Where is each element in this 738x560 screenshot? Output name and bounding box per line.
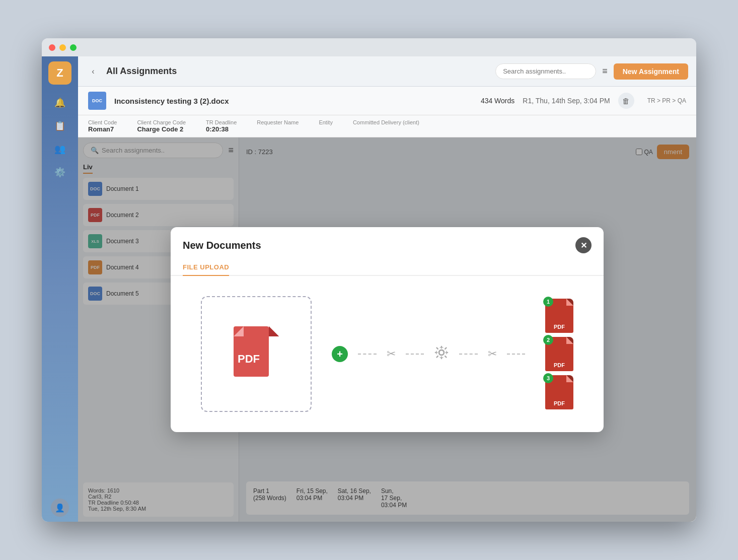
flow-line-2 bbox=[406, 354, 424, 355]
requester-value bbox=[257, 125, 299, 133]
scissors-icon-1: ✂ bbox=[387, 347, 396, 361]
tr-deadline-meta: TR Deadline 0:20:38 bbox=[206, 119, 237, 133]
modal-body: PDF + bbox=[171, 276, 604, 432]
charge-code-meta: Client Charge Code Charge Code 2 bbox=[137, 119, 186, 133]
logo-letter: Z bbox=[56, 66, 63, 80]
content-area: 🔍 Search assignments.. ≡ Liv DOC Documen… bbox=[78, 137, 696, 522]
hamburger-icon[interactable]: ≡ bbox=[602, 66, 608, 77]
sidebar: Z 🔔 📋 👥 ⚙️ 👤 bbox=[42, 56, 78, 522]
sidebar-item-user[interactable]: 👥 bbox=[50, 139, 70, 159]
output-pdf-2: 2 PDF bbox=[545, 337, 573, 371]
flow-line-3 bbox=[459, 354, 478, 355]
revision-info: R1, Thu, 14th Sep, 3:04 PM bbox=[523, 97, 610, 105]
pdf-badge-1: 1 bbox=[543, 297, 553, 307]
upload-dropzone[interactable]: PDF bbox=[201, 296, 312, 412]
gear-sidebar-icon: ⚙️ bbox=[54, 167, 65, 178]
committed-value bbox=[353, 125, 419, 133]
close-button[interactable] bbox=[49, 44, 55, 51]
maximize-button[interactable] bbox=[70, 44, 77, 51]
tr-deadline-label: TR Deadline bbox=[206, 119, 237, 125]
pdf-badge-3: 3 bbox=[543, 373, 553, 383]
client-code-value: Roman7 bbox=[88, 125, 117, 133]
top-nav: ‹ All Assignments ≡ New Assignment bbox=[78, 56, 696, 87]
new-documents-modal: New Documents ✕ FILE UPLOAD bbox=[171, 227, 604, 432]
bell-icon: 🔔 bbox=[54, 97, 65, 108]
assignment-meta: Client Code Roman7 Client Charge Code Ch… bbox=[78, 115, 696, 137]
app-logo[interactable]: Z bbox=[48, 61, 71, 85]
entity-meta: Entity bbox=[319, 119, 333, 133]
pdf-badge-2: 2 bbox=[543, 335, 553, 345]
output-pdf-1: 1 PDF bbox=[545, 299, 573, 333]
scissors-icon-2: ✂ bbox=[488, 347, 497, 361]
avatar-icon: 👤 bbox=[55, 503, 65, 513]
requester-meta: Requester Name bbox=[257, 119, 299, 133]
delete-button[interactable]: 🗑 bbox=[618, 93, 634, 109]
user-avatar[interactable]: 👤 bbox=[51, 499, 69, 517]
assignment-filename: Inconsistency testing 3 (2).docx bbox=[114, 97, 473, 105]
modal-title: New Documents bbox=[183, 240, 261, 251]
flow-line-1 bbox=[358, 354, 377, 355]
modal-tabs: FILE UPLOAD bbox=[171, 259, 604, 276]
sidebar-item-clipboard[interactable]: 📋 bbox=[50, 116, 70, 136]
processing-gear-icon bbox=[434, 345, 449, 364]
modal-header: New Documents ✕ bbox=[171, 227, 604, 253]
assignment-header: DOC Inconsistency testing 3 (2).docx 434… bbox=[78, 87, 696, 115]
tab-file-upload[interactable]: FILE UPLOAD bbox=[183, 259, 229, 276]
app-window: Z 🔔 📋 👥 ⚙️ 👤 ‹ All Assignm bbox=[42, 38, 696, 522]
svg-text:PDF: PDF bbox=[238, 353, 260, 365]
svg-point-4 bbox=[439, 350, 444, 355]
add-file-button[interactable]: + bbox=[332, 346, 348, 362]
requester-label: Requester Name bbox=[257, 119, 299, 125]
app-content: Z 🔔 📋 👥 ⚙️ 👤 ‹ All Assignm bbox=[42, 56, 696, 522]
pdf-upload-icon: PDF bbox=[234, 326, 279, 382]
new-assignment-button[interactable]: New Assignment bbox=[614, 63, 688, 80]
process-flow: + ✂ bbox=[332, 345, 525, 364]
clipboard-icon: 📋 bbox=[54, 120, 65, 131]
doc-type-icon: DOC bbox=[88, 92, 106, 110]
minimize-button[interactable] bbox=[59, 44, 66, 51]
flow-line-4 bbox=[507, 354, 526, 355]
search-input[interactable] bbox=[495, 63, 596, 79]
pdf-svg-icon: PDF bbox=[234, 326, 279, 382]
workflow-label: TR > PR > QA bbox=[647, 97, 686, 104]
client-code-label: Client Code bbox=[88, 119, 117, 125]
user-group-icon: 👥 bbox=[54, 144, 65, 155]
committed-label: Committed Delivery (client) bbox=[353, 119, 419, 125]
word-count: 434 Words bbox=[481, 97, 514, 105]
client-code-meta: Client Code Roman7 bbox=[88, 119, 117, 133]
entity-label: Entity bbox=[319, 119, 333, 125]
main-area: ‹ All Assignments ≡ New Assignment DOC I… bbox=[78, 56, 696, 522]
output-pdfs: 1 PDF 2 bbox=[545, 299, 573, 409]
committed-meta: Committed Delivery (client) bbox=[353, 119, 419, 133]
charge-code-value: Charge Code 2 bbox=[137, 125, 186, 133]
titlebar bbox=[42, 38, 696, 56]
sidebar-item-settings[interactable]: ⚙️ bbox=[50, 162, 70, 182]
tr-deadline-value: 0:20:38 bbox=[206, 125, 237, 133]
entity-value bbox=[319, 125, 333, 133]
sidebar-item-bell[interactable]: 🔔 bbox=[50, 93, 70, 113]
charge-code-label: Client Charge Code bbox=[137, 119, 186, 125]
output-pdf-3: 3 PDF bbox=[545, 375, 573, 409]
modal-overlay[interactable]: New Documents ✕ FILE UPLOAD bbox=[78, 137, 696, 522]
back-button[interactable]: ‹ bbox=[86, 64, 100, 79]
nav-title: All Assignments bbox=[106, 66, 489, 77]
modal-close-button[interactable]: ✕ bbox=[575, 237, 592, 253]
